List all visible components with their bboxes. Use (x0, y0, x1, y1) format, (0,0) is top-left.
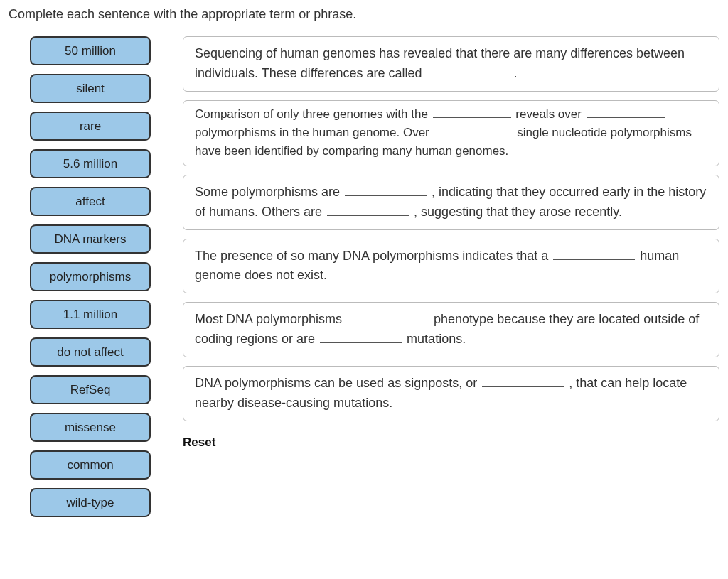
reset-button[interactable]: Reset (183, 435, 215, 450)
activity-area: 50 million silent rare 5.6 million affec… (9, 36, 719, 517)
sentence-text: . (510, 66, 518, 80)
term-chip[interactable]: do not affect (30, 337, 151, 367)
sentence-text: Some polymorphisms are (195, 185, 343, 199)
sentence-box: The presence of so many DNA polymorphism… (183, 239, 719, 294)
sentence-box: Sequencing of human genomes has revealed… (183, 36, 719, 92)
blank-drop-target[interactable] (427, 64, 509, 77)
term-chip[interactable]: affect (30, 187, 151, 216)
term-chip[interactable]: silent (30, 74, 151, 103)
term-chip[interactable]: missense (30, 413, 151, 442)
sentence-box: Comparison of only three genomes with th… (183, 100, 719, 166)
term-chip[interactable]: RefSeq (30, 375, 151, 404)
term-chip[interactable]: wild-type (30, 488, 151, 517)
term-chip[interactable]: 5.6 million (30, 149, 151, 178)
sentence-text: The presence of so many DNA polymorphism… (195, 249, 552, 263)
sentence-text: DNA polymorphisms can be used as signpos… (195, 376, 481, 390)
blank-drop-target[interactable] (433, 105, 511, 118)
term-chip[interactable]: 50 million (30, 36, 151, 65)
sentence-text: mutations. (403, 332, 466, 346)
sentence-text: , suggesting that they arose recently. (410, 205, 622, 219)
blank-drop-target[interactable] (482, 374, 564, 387)
blank-drop-target[interactable] (587, 105, 665, 118)
term-bank: 50 million silent rare 5.6 million affec… (9, 36, 151, 517)
blank-drop-target[interactable] (345, 183, 427, 196)
term-chip[interactable]: 1.1 million (30, 300, 151, 329)
sentence-text: polymorphisms in the human genome. Over (195, 126, 433, 139)
sentence-box: DNA polymorphisms can be used as signpos… (183, 366, 719, 421)
sentence-box: Some polymorphisms are , indicating that… (183, 175, 719, 230)
blank-drop-target[interactable] (347, 310, 429, 323)
sentence-text: Most DNA polymorphisms (195, 312, 346, 326)
term-chip[interactable]: common (30, 450, 151, 480)
sentence-text: reveals over (513, 107, 585, 121)
term-chip[interactable]: polymorphisms (30, 262, 151, 291)
term-chip[interactable]: DNA markers (30, 224, 151, 254)
blank-drop-target[interactable] (320, 330, 402, 343)
blank-drop-target[interactable] (434, 124, 513, 136)
term-chip[interactable]: rare (30, 112, 151, 141)
sentence-column: Sequencing of human genomes has revealed… (183, 36, 719, 450)
blank-drop-target[interactable] (327, 202, 409, 216)
sentence-box: Most DNA polymorphisms phenotype because… (183, 302, 719, 357)
sentence-text: Comparison of only three genomes with th… (195, 107, 432, 121)
blank-drop-target[interactable] (553, 247, 635, 260)
instruction-text: Complete each sentence with the appropri… (9, 7, 719, 22)
